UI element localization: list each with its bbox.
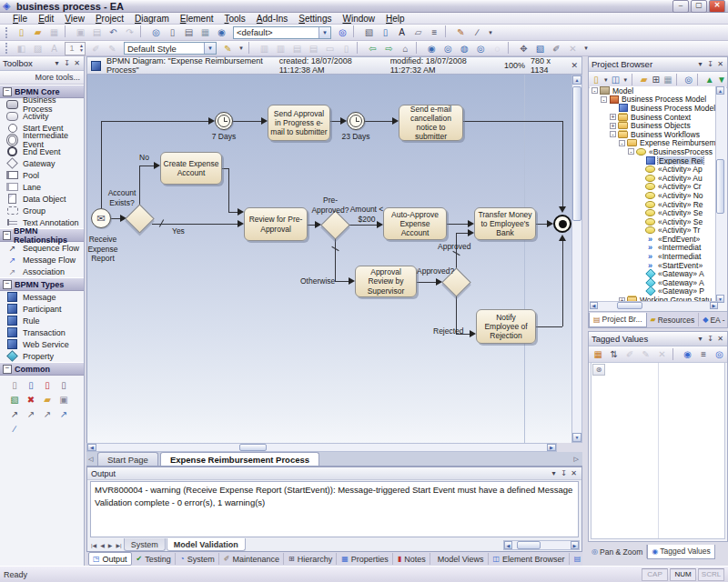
task-send-approval-email[interactable]: Send Approval in Progress e-mail to subm… (268, 105, 330, 141)
tree-item[interactable]: «Gateway» A (590, 278, 718, 287)
style-combo[interactable]: Default Style ▼ (124, 42, 217, 55)
tree-item[interactable]: «Activity» Au (590, 174, 718, 183)
package-browser-button[interactable]: ▦ (662, 73, 673, 86)
tab-tagged-values[interactable]: ◉Tagged Values (647, 545, 715, 559)
tree-item[interactable]: Business Process Model (590, 104, 718, 113)
expander-icon[interactable]: + (610, 114, 616, 120)
redo-button[interactable]: ↷ (122, 25, 137, 39)
expander-icon[interactable]: - (592, 87, 598, 94)
tool-data-object[interactable]: Data Object (0, 193, 84, 205)
task-review-pre-approval[interactable]: Review for Pre-Approval (244, 207, 308, 241)
spinner-arrows-icon[interactable]: ▲▼ (78, 44, 85, 53)
new-file-button[interactable]: ▯ (14, 25, 29, 39)
separator[interactable] (632, 74, 636, 85)
line-color-button[interactable]: ▨ (30, 42, 46, 55)
new-package-button[interactable]: ◫ (610, 73, 621, 86)
grid-button[interactable]: ▦ (197, 25, 213, 39)
new-document-button[interactable]: ▯ (165, 25, 180, 39)
document-icon[interactable]: ▯ (24, 378, 38, 391)
tree-item[interactable]: -Business Process Model (590, 95, 718, 105)
menu-tools[interactable]: Tools (219, 14, 251, 24)
panel-menu-icon[interactable]: ▾ (550, 469, 558, 477)
tree-item[interactable]: -«BusinessProcess (590, 147, 718, 156)
tool-property[interactable]: Property (0, 350, 84, 362)
new-tag-cell-icon[interactable]: ⊛ (592, 364, 605, 376)
tree-item[interactable]: +Business Objects (590, 121, 718, 130)
tree-item[interactable]: -Expense Reimburseme (590, 139, 718, 148)
delete-button[interactable]: ✕ (565, 42, 581, 55)
task-approval-review[interactable]: Approval Review by Supervisor (355, 266, 417, 297)
save-button[interactable]: ▦ (46, 25, 62, 39)
output-log[interactable]: MVR800004 - warning (Receive Expense Rep… (90, 481, 579, 537)
tree-vertical-scrollbar[interactable]: ▲ ▼ (715, 86, 726, 303)
tool-sequence-flow[interactable]: Sequence Flow (0, 242, 84, 254)
task-send-cancellation-notice[interactable]: Send e-mail cancellation notice to submi… (399, 105, 463, 141)
new-diagram-button[interactable]: ▯ (378, 25, 393, 39)
menu-project[interactable]: Project (90, 14, 129, 24)
new-package-dropdown[interactable]: ▾ (622, 73, 629, 86)
expander-icon[interactable]: - (601, 96, 607, 103)
separator[interactable] (140, 25, 146, 37)
tab-output[interactable]: ◳Output (88, 552, 132, 566)
menu-diagram[interactable]: Diagram (129, 14, 175, 24)
validate-button[interactable]: ✥ (516, 42, 531, 55)
separator[interactable] (676, 74, 681, 85)
find-in-diagrams-button[interactable]: ◉ (214, 25, 229, 39)
tab-pan-zoom[interactable]: ◎Pan & Zoom (588, 545, 647, 558)
restore-button[interactable]: ▢ (691, 0, 707, 13)
tab-hierarchy[interactable]: ⊞Hierarchy (285, 553, 337, 565)
change-icon[interactable]: ▣ (56, 393, 71, 406)
same-width-button[interactable]: ▭ (322, 42, 338, 55)
align-top-button[interactable]: ▤ (289, 42, 305, 55)
last-record-button[interactable]: ▶| (114, 542, 123, 548)
diagram-canvas[interactable]: Send Approval in Progress e-mail to subm… (86, 75, 572, 443)
home-diagram-button[interactable]: ⌂ (398, 42, 413, 55)
panel-menu-icon[interactable]: ▾ (53, 59, 61, 67)
open-folder-button[interactable]: ▰ (30, 25, 46, 39)
panel-menu-icon[interactable]: ▾ (696, 60, 704, 68)
zoom-custom-button[interactable]: ◌ (490, 42, 505, 55)
tool-association[interactable]: Association (0, 266, 84, 277)
collapse-icon[interactable]: − (3, 280, 12, 289)
tab-notes[interactable]: ▮Notes (394, 553, 430, 565)
pin-icon[interactable]: ↧ (63, 59, 71, 67)
tab-maintenance[interactable]: ✐Maintenance (220, 553, 284, 565)
zoom-100-button[interactable]: ◍ (457, 42, 472, 55)
new-model-dropdown[interactable]: ▾ (602, 73, 609, 86)
more-tools-button[interactable]: More tools... (0, 71, 84, 85)
minimize-button[interactable]: – (672, 0, 689, 13)
issue-icon[interactable]: ▰ (40, 393, 55, 406)
tool-group[interactable]: Group (0, 205, 84, 216)
delete-tag-button[interactable]: ✕ (654, 347, 670, 361)
tool-intermediate-event[interactable]: Intermediate Event (0, 134, 84, 146)
scroll-thumb[interactable] (517, 541, 541, 549)
expander-icon[interactable]: - (619, 140, 625, 146)
tree-item[interactable]: «EndEvent» (590, 235, 718, 244)
tool-participant[interactable]: Participant (0, 303, 84, 315)
note-icon[interactable]: ▯ (7, 378, 22, 391)
scroll-thumb[interactable] (716, 159, 724, 214)
copy-button[interactable]: ▣ (73, 25, 88, 39)
menu-view[interactable]: View (59, 14, 90, 24)
tree-item[interactable]: «Intermediat (590, 252, 718, 261)
pin-icon[interactable]: ↧ (560, 469, 568, 477)
tab-resources[interactable]: ▰Resources (647, 313, 700, 326)
pin-icon[interactable]: ↧ (706, 60, 714, 68)
font-color-button[interactable]: A (46, 42, 62, 55)
align-bottom-button[interactable]: ▤ (306, 42, 321, 55)
tree-horizontal-scrollbar[interactable]: ◀ ▶ (590, 301, 718, 311)
task-transfer-money[interactable]: Transfer Money to Employee's Bank (474, 207, 536, 240)
close-icon[interactable]: ✕ (716, 60, 724, 68)
tab-project-management[interactable]: ▤Project Management (571, 553, 582, 565)
prev-record-button[interactable]: ◀ (98, 542, 106, 548)
default-tags-button[interactable]: ◎ (712, 347, 727, 361)
dashed-link-icon[interactable]: ∕ (7, 422, 22, 435)
tab-ea-getting-started[interactable]: ◆EA - Getti... (699, 313, 727, 326)
toolbar-overflow-button[interactable]: ▾ (486, 25, 495, 39)
tree-item[interactable]: «Activity» Cr (590, 183, 718, 192)
timer-event-23-days[interactable] (347, 112, 365, 130)
collapse-icon[interactable]: − (3, 365, 12, 374)
help-target-button[interactable]: ◎ (335, 25, 350, 39)
first-record-button[interactable]: |◀ (89, 542, 98, 548)
scroll-right-icon[interactable]: ▶ (710, 302, 718, 309)
